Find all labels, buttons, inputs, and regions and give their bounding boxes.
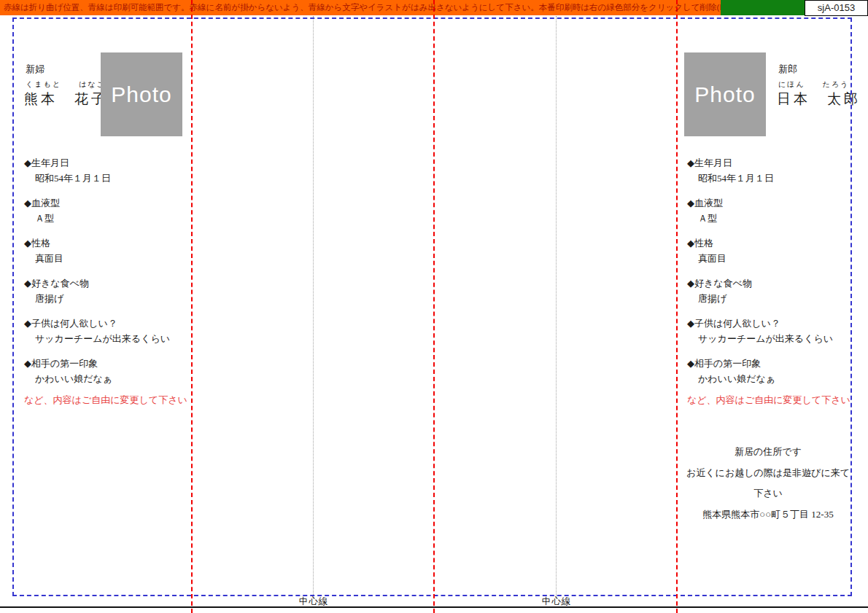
profile-item-label: ◆血液型 xyxy=(24,195,198,211)
profile-item-label: ◆性格 xyxy=(687,235,861,251)
profile-item-value: 唐揚げ xyxy=(24,291,198,306)
bride-photo-label: Photo xyxy=(111,82,171,107)
profile-item-value: 真面目 xyxy=(24,251,198,266)
center-line-left xyxy=(313,16,314,596)
bride-role-label: 新婦 xyxy=(26,63,44,76)
bride-profile-list: ◆生年月日 昭和54年１月１日 ◆血液型 Ａ型 ◆性格 真面目 ◆好きな食べ物 … xyxy=(24,155,198,396)
groom-role-label: 新郎 xyxy=(778,63,797,76)
bride-edit-note: など、内容はご自由に変更して下さい xyxy=(24,394,187,407)
profile-item-label: ◆性格 xyxy=(24,235,198,251)
profile-item: ◆生年月日 昭和54年１月１日 xyxy=(687,155,861,186)
profile-item-value: Ａ型 xyxy=(24,211,198,226)
groom-edit-note: など、内容はご自由に変更して下さい xyxy=(687,394,850,407)
profile-item-value: かわいい娘だなぁ xyxy=(24,371,198,386)
profile-item-label: ◆子供は何人欲しい？ xyxy=(687,316,861,331)
profile-item-value: 昭和54年１月１日 xyxy=(687,171,861,186)
instruction-text: 赤線は折り曲げ位置、青線は印刷可能範囲です。赤線に名前が掛からないよう、青線から… xyxy=(0,0,721,15)
profile-item-value: サッカーチームが出来るくらい xyxy=(24,331,198,346)
profile-item: ◆好きな食べ物 唐揚げ xyxy=(24,276,198,306)
profile-item: ◆相手の第一印象 かわいい娘だなぁ xyxy=(687,356,861,386)
center-line-label-left: 中心線 xyxy=(270,596,357,608)
profile-item: ◆性格 真面目 xyxy=(687,235,861,266)
address-line: お近くにお越しの際は是非遊びに来て下さい xyxy=(683,463,853,504)
address-line: 新居の住所です xyxy=(683,442,853,463)
profile-item: ◆血液型 Ａ型 xyxy=(24,195,198,226)
profile-item: ◆好きな食べ物 唐揚げ xyxy=(687,276,861,306)
profile-item-label: ◆好きな食べ物 xyxy=(687,276,861,291)
groom-furigana: にほん たろう xyxy=(778,79,849,90)
address-line: 熊本県熊本市○○町５丁目 12-35 xyxy=(683,504,853,526)
profile-item-value: かわいい娘だなぁ xyxy=(687,371,861,386)
new-home-address: 新居の住所です お近くにお越しの際は是非遊びに来て下さい 熊本県熊本市○○町５丁… xyxy=(683,442,853,525)
groom-profile-list: ◆生年月日 昭和54年１月１日 ◆血液型 Ａ型 ◆性格 真面目 ◆好きな食べ物 … xyxy=(687,155,861,396)
bride-furigana: くまもと はなこ xyxy=(26,79,106,90)
profile-item: ◆相手の第一印象 かわいい娘だなぁ xyxy=(24,356,198,386)
profile-item-label: ◆生年月日 xyxy=(24,155,198,171)
profile-item-label: ◆血液型 xyxy=(687,195,861,211)
profile-item: ◆血液型 Ａ型 xyxy=(687,195,861,226)
groom-photo-label: Photo xyxy=(694,82,755,107)
delete-green-block[interactable] xyxy=(721,0,805,15)
template-code-box: sjA-0153 xyxy=(805,0,868,16)
fold-line-left xyxy=(191,0,193,613)
profile-item-value: 真面目 xyxy=(687,251,861,266)
profile-item-label: ◆相手の第一印象 xyxy=(687,356,861,371)
profile-item-label: ◆好きな食べ物 xyxy=(24,276,198,291)
profile-item-value: Ａ型 xyxy=(687,211,861,226)
profile-item: ◆生年月日 昭和54年１月１日 xyxy=(24,155,198,186)
profile-item-label: ◆相手の第一印象 xyxy=(24,356,198,371)
fold-line-middle xyxy=(433,0,435,613)
profile-item-value: 唐揚げ xyxy=(687,291,861,306)
profile-item: ◆性格 真面目 xyxy=(24,235,198,266)
profile-item-label: ◆子供は何人欲しい？ xyxy=(24,316,198,331)
center-line-label-right: 中心線 xyxy=(513,596,600,608)
template-code: sjA-0153 xyxy=(818,2,855,13)
profile-item-value: 昭和54年１月１日 xyxy=(24,171,198,186)
bride-name: 熊本 花子 xyxy=(24,90,108,109)
center-line-right xyxy=(556,16,557,596)
groom-photo-placeholder[interactable]: Photo xyxy=(684,52,766,136)
profile-item: ◆子供は何人欲しい？ サッカーチームが出来るくらい xyxy=(687,316,861,346)
bride-photo-placeholder[interactable]: Photo xyxy=(101,52,182,136)
profile-item-label: ◆生年月日 xyxy=(687,155,861,171)
profile-item: ◆子供は何人欲しい？ サッカーチームが出来るくらい xyxy=(24,316,198,346)
profile-item-value: サッカーチームが出来るくらい xyxy=(687,331,861,346)
fold-line-right xyxy=(676,0,678,613)
template-canvas: 赤線は折り曲げ位置、青線は印刷可能範囲です。赤線に名前が掛からないよう、青線から… xyxy=(0,0,868,613)
instruction-bar: 赤線は折り曲げ位置、青線は印刷可能範囲です。赤線に名前が掛からないよう、青線から… xyxy=(0,0,721,15)
groom-name: 日本 太郎 xyxy=(777,90,861,109)
